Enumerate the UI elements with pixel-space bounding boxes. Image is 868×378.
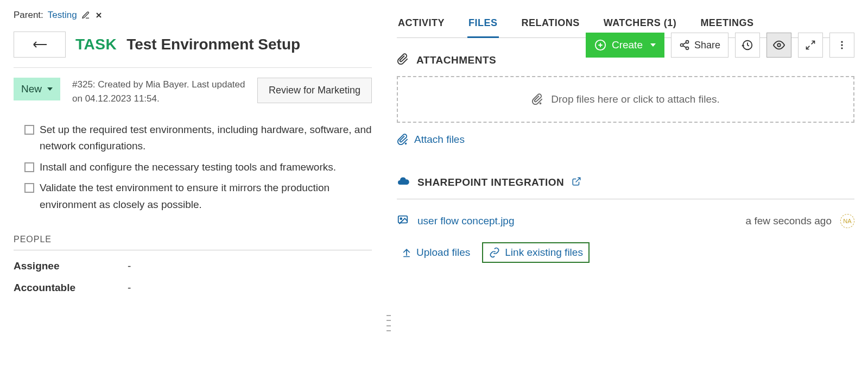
- fullscreen-button[interactable]: [798, 33, 823, 58]
- people-value[interactable]: -: [128, 282, 131, 294]
- checkbox[interactable]: [24, 183, 34, 193]
- link-icon: [489, 247, 500, 258]
- svg-point-3: [686, 41, 688, 43]
- people-label: Assignee: [14, 260, 128, 272]
- check-item: Install and configure the necessary test…: [24, 159, 372, 175]
- people-row-accountable: Accountable -: [14, 282, 372, 294]
- check-text: Validate the test environment to ensure …: [40, 180, 372, 213]
- edit-parent-icon[interactable]: [81, 11, 90, 20]
- upload-label: Upload files: [416, 247, 470, 259]
- separator: [397, 199, 854, 199]
- sharepoint-header: SHAREPOINT INTEGRATION: [397, 175, 854, 190]
- separator: [14, 67, 372, 68]
- separator: [14, 250, 372, 250]
- external-link-icon[interactable]: [572, 177, 581, 188]
- create-button[interactable]: Create: [586, 33, 664, 58]
- parent-row: Parent: Testing: [14, 10, 372, 21]
- image-file-icon: [397, 213, 409, 228]
- top-actions: Create Share: [586, 33, 854, 58]
- people-row-assignee: Assignee -: [14, 260, 372, 272]
- svg-point-1: [400, 218, 402, 219]
- svg-point-4: [680, 44, 683, 47]
- link-existing-label: Link existing files: [505, 247, 583, 259]
- tab-files[interactable]: FILES: [467, 10, 499, 38]
- status-row: New #325: Created by Mia Bayer. Last upd…: [14, 78, 372, 105]
- file-name[interactable]: user flow concept.jpg: [417, 215, 737, 227]
- people-value[interactable]: -: [128, 260, 131, 272]
- svg-point-5: [686, 47, 688, 49]
- paperclip-icon: [397, 53, 409, 67]
- watch-button[interactable]: [766, 33, 791, 58]
- kebab-icon: [837, 40, 847, 51]
- task-meta: #325: Created by Mia Bayer. Last updated…: [72, 78, 245, 105]
- more-button[interactable]: [829, 33, 854, 58]
- task-type-label: TASK: [75, 36, 117, 53]
- checkbox[interactable]: [24, 125, 34, 135]
- file-time: a few seconds ago: [746, 215, 832, 227]
- attach-files-label: Attach files: [414, 134, 465, 146]
- check-text: Install and configure the necessary test…: [40, 159, 372, 175]
- attach-icon: [531, 93, 543, 105]
- people-section-title: PEOPLE: [14, 235, 372, 244]
- check-text: Set up the required test environments, i…: [40, 122, 372, 155]
- upload-icon: [401, 247, 412, 258]
- parent-link[interactable]: Testing: [48, 10, 77, 21]
- svg-point-8: [841, 44, 842, 46]
- history-icon: [742, 39, 753, 51]
- dropzone-text: Drop files here or click to attach files…: [551, 93, 719, 105]
- svg-point-6: [777, 43, 781, 47]
- share-icon: [679, 40, 690, 51]
- avatar-badge[interactable]: NA: [840, 214, 854, 228]
- attachments-title: ATTACHMENTS: [416, 54, 496, 66]
- checklist: Set up the required test environments, i…: [24, 122, 372, 213]
- expand-icon: [805, 40, 816, 51]
- upload-files-link[interactable]: Upload files: [397, 243, 474, 262]
- status-dropdown[interactable]: New: [14, 78, 60, 100]
- checkbox[interactable]: [24, 162, 34, 172]
- share-label: Share: [694, 40, 720, 51]
- eye-icon: [773, 39, 785, 51]
- chevron-down-icon: [650, 43, 656, 47]
- chevron-down-icon: [47, 87, 53, 91]
- svg-point-7: [841, 41, 842, 43]
- file-row: user flow concept.jpg a few seconds ago …: [397, 209, 854, 232]
- create-label: Create: [612, 39, 643, 51]
- svg-point-9: [841, 47, 842, 49]
- people-label: Accountable: [14, 282, 128, 294]
- share-button[interactable]: Share: [671, 33, 728, 58]
- tab-activity[interactable]: ACTIVITY: [397, 10, 446, 37]
- task-title: Test Environment Setup: [126, 36, 300, 53]
- tab-relations[interactable]: RELATIONS: [521, 10, 581, 37]
- link-existing-files-link[interactable]: Link existing files: [482, 242, 590, 263]
- plus-icon: [594, 39, 606, 51]
- review-button[interactable]: Review for Marketing: [257, 78, 372, 103]
- dropzone[interactable]: Drop files here or click to attach files…: [397, 76, 854, 123]
- title-row: TASK Test Environment Setup: [14, 32, 372, 58]
- sharepoint-title: SHAREPOINT INTEGRATION: [417, 177, 564, 188]
- parent-label: Parent:: [14, 10, 43, 21]
- history-button[interactable]: [735, 33, 760, 58]
- sharepoint-actions: Upload files Link existing files: [397, 242, 854, 263]
- check-item: Set up the required test environments, i…: [24, 122, 372, 155]
- close-parent-icon[interactable]: [94, 11, 103, 20]
- status-label: New: [21, 83, 42, 95]
- attach-files-link[interactable]: Attach files: [397, 134, 465, 146]
- cloud-icon: [397, 175, 410, 190]
- back-button[interactable]: [14, 32, 66, 58]
- check-item: Validate the test environment to ensure …: [24, 180, 372, 213]
